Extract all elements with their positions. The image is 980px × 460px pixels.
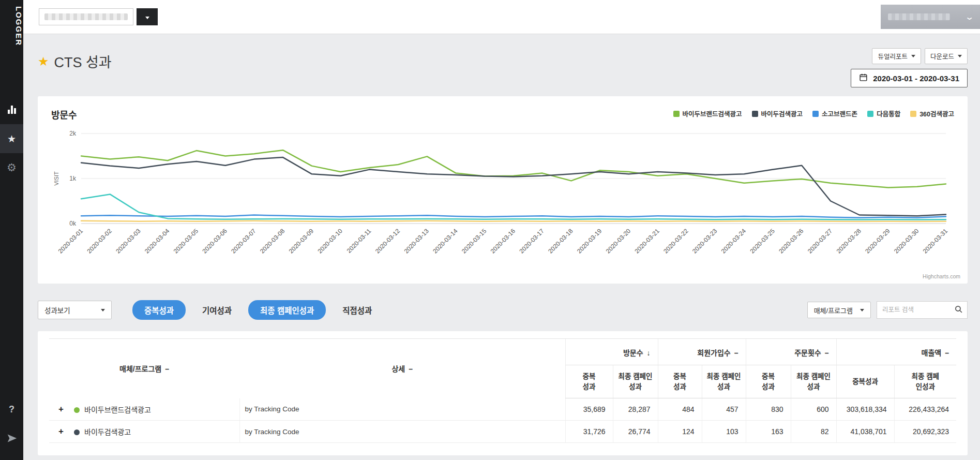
sidebar-item-settings[interactable] xyxy=(0,153,23,182)
svg-text:2020-03-31: 2020-03-31 xyxy=(922,227,949,255)
media-name-cell: 바이두검색광고 xyxy=(73,421,239,443)
account-select-input[interactable] xyxy=(39,8,133,25)
svg-text:2020-03-29: 2020-03-29 xyxy=(864,227,892,255)
svg-text:2020-03-07: 2020-03-07 xyxy=(230,227,258,255)
expand-row-button[interactable]: + xyxy=(49,398,73,421)
subcolumn-signups-duplicate[interactable]: 중복 성과 xyxy=(658,365,702,398)
svg-text:2020-03-14: 2020-03-14 xyxy=(431,227,459,255)
dual-report-label: 듀얼리포트 xyxy=(878,51,908,61)
sidebar-item-reports[interactable] xyxy=(0,95,23,124)
calendar-icon xyxy=(859,73,868,83)
sort-indicator: – xyxy=(165,365,169,373)
svg-text:2020-03-16: 2020-03-16 xyxy=(489,227,517,255)
tab-duplicate-performance[interactable]: 중복성과 xyxy=(132,300,186,320)
subcolumn-orders-duplicate[interactable]: 중복 성과 xyxy=(746,365,791,398)
legend-label: 다음통합 xyxy=(877,109,900,118)
column-group-orders[interactable]: 주문횟수– xyxy=(746,339,836,365)
expand-row-button[interactable]: + xyxy=(49,421,73,443)
app-logo: LOGGER xyxy=(0,6,23,46)
svg-text:2020-03-03: 2020-03-03 xyxy=(114,227,142,255)
legend-item[interactable]: 다음통합 xyxy=(867,109,900,118)
media-name: 바이두검색광고 xyxy=(84,428,131,436)
subcolumn-visits-last-campaign[interactable]: 최종 캠페인 성과 xyxy=(613,365,658,398)
redacted-user-text xyxy=(888,13,950,20)
tab-direct-performance[interactable]: 직접성과 xyxy=(340,300,374,320)
chevron-down-icon xyxy=(145,17,149,19)
user-menu[interactable]: ⌄ xyxy=(881,5,980,29)
svg-text:2020-03-21: 2020-03-21 xyxy=(633,227,661,255)
visits-duplicate-value: 35,689 xyxy=(565,398,613,421)
column-label: 매체/프로그램 xyxy=(119,365,161,373)
legend-item[interactable]: 소고브랜드존 xyxy=(812,109,857,118)
chart-legend: 바이두브랜드검색광고 바이두검색광고 소고브랜드존 다음통합 xyxy=(673,108,954,118)
svg-text:2020-03-23: 2020-03-23 xyxy=(691,227,719,255)
chevron-down-icon xyxy=(101,309,105,311)
column-header-media[interactable]: 매체/프로그램– xyxy=(49,339,239,398)
svg-text:2020-03-02: 2020-03-02 xyxy=(86,227,114,255)
svg-text:2k: 2k xyxy=(69,130,77,137)
search-icon[interactable] xyxy=(954,305,963,316)
signups-duplicate-value: 484 xyxy=(658,398,702,421)
media-program-select[interactable]: 매체/프로그램 xyxy=(807,302,871,318)
legend-label: 바이두검색광고 xyxy=(761,109,803,118)
sidebar-item-help[interactable] xyxy=(0,395,23,424)
subcolumn-revenue-last-campaign[interactable]: 최종 캠페 인성과 xyxy=(894,365,956,398)
svg-text:2020-03-13: 2020-03-13 xyxy=(403,227,431,255)
download-button[interactable]: 다운로드 xyxy=(925,48,968,64)
dual-report-button[interactable]: 듀얼리포트 xyxy=(872,48,921,64)
legend-swatch xyxy=(752,111,758,117)
highcharts-credit[interactable]: Highcharts.com xyxy=(923,273,960,279)
table-row: + 바이두검색광고 by Tracking Code 31,726 26,774… xyxy=(49,421,956,443)
signups-last-campaign-value: 103 xyxy=(702,421,746,443)
report-search-input[interactable] xyxy=(882,306,954,314)
svg-text:2020-03-10: 2020-03-10 xyxy=(316,227,344,255)
tab-last-campaign-performance[interactable]: 최종 캠페인성과 xyxy=(248,300,326,320)
column-header-detail[interactable]: 상세– xyxy=(239,339,565,398)
sidebar: LOGGER xyxy=(0,0,23,460)
subcolumn-orders-last-campaign[interactable]: 최종 캠페인 성과 xyxy=(791,365,836,398)
column-group-revenue[interactable]: 매출액– xyxy=(836,339,956,365)
revenue-duplicate-value: 41,038,701 xyxy=(836,421,894,443)
performance-table-panel: 매체/프로그램– 상세– 방문수↓ 회원가입수– 주문횟수– xyxy=(38,331,968,455)
legend-swatch xyxy=(910,111,916,117)
performance-view-select[interactable]: 성과보기 xyxy=(38,301,112,319)
question-icon xyxy=(9,404,14,415)
svg-text:2020-03-09: 2020-03-09 xyxy=(288,227,315,255)
performance-view-label: 성과보기 xyxy=(44,305,70,315)
legend-item[interactable]: 바이두브랜드검색광고 xyxy=(673,109,742,118)
media-program-label: 매체/프로그램 xyxy=(814,305,853,315)
tab-attribution-performance[interactable]: 기여성과 xyxy=(200,300,234,320)
date-range-picker[interactable]: 2020-03-01 - 2020-03-31 xyxy=(851,69,968,87)
sidebar-item-favorites[interactable] xyxy=(0,124,23,153)
subcolumn-revenue-duplicate[interactable]: 중복성과 xyxy=(836,365,894,398)
orders-last-campaign-value: 600 xyxy=(791,398,836,421)
column-group-visits[interactable]: 방문수↓ xyxy=(565,339,658,365)
account-dropdown-button[interactable] xyxy=(137,8,158,25)
star-icon xyxy=(7,133,16,145)
column-group-signups[interactable]: 회원가입수– xyxy=(658,339,746,365)
account-selector xyxy=(39,8,158,25)
subcolumn-visits-duplicate[interactable]: 중복 성과 xyxy=(565,365,613,398)
column-label: 상세 xyxy=(391,365,405,373)
legend-swatch xyxy=(867,111,873,117)
svg-text:2020-03-12: 2020-03-12 xyxy=(374,227,402,255)
svg-text:2020-03-11: 2020-03-11 xyxy=(345,227,373,255)
svg-text:1k: 1k xyxy=(69,175,77,182)
svg-text:2020-03-18: 2020-03-18 xyxy=(547,227,575,255)
revenue-last-campaign-value: 20,692,323 xyxy=(894,421,956,443)
download-label: 다운로드 xyxy=(930,51,954,61)
legend-label: 바이두브랜드검색광고 xyxy=(683,109,742,118)
legend-item[interactable]: 바이두검색광고 xyxy=(752,109,803,118)
column-label: 방문수 xyxy=(623,349,643,357)
table-row: + 바이두브랜드검색광고 by Tracking Code 35,689 28,… xyxy=(49,398,956,421)
legend-item[interactable]: 360검색광고 xyxy=(910,109,954,118)
svg-text:2020-03-20: 2020-03-20 xyxy=(605,227,632,255)
sidebar-item-send[interactable] xyxy=(0,424,23,453)
svg-text:2020-03-15: 2020-03-15 xyxy=(460,227,488,255)
bar-chart-icon xyxy=(8,106,16,114)
svg-text:0k: 0k xyxy=(69,220,77,227)
date-range-value: 2020-03-01 - 2020-03-31 xyxy=(873,74,959,83)
series-color-dot xyxy=(74,407,80,413)
favorite-star-icon[interactable] xyxy=(38,54,49,69)
subcolumn-signups-last-campaign[interactable]: 최종 캠페인 성과 xyxy=(702,365,746,398)
